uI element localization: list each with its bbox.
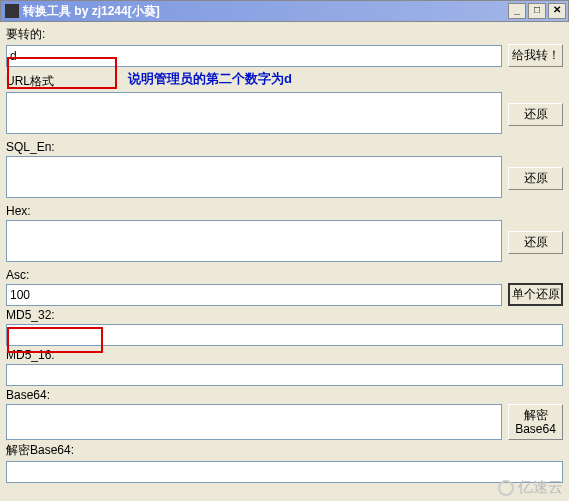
watermark: 亿速云 bbox=[498, 478, 563, 497]
url-label: URL格式 bbox=[6, 73, 502, 90]
minimize-button[interactable]: _ bbox=[508, 3, 526, 19]
md532-field[interactable] bbox=[6, 324, 563, 346]
decb64-field[interactable] bbox=[6, 461, 563, 483]
base64-decrypt-button[interactable]: 解密Base64 bbox=[508, 404, 563, 440]
hex-restore-button[interactable]: 还原 bbox=[508, 231, 563, 254]
decb64-label: 解密Base64: bbox=[6, 442, 563, 459]
sqlen-field[interactable] bbox=[6, 156, 502, 198]
watermark-icon bbox=[498, 480, 514, 496]
url-field[interactable] bbox=[6, 92, 502, 134]
maximize-button[interactable]: □ bbox=[528, 3, 546, 19]
window-buttons: _ □ ✕ bbox=[508, 3, 566, 19]
md516-label: MD5_16: bbox=[6, 348, 563, 362]
hex-field[interactable] bbox=[6, 220, 502, 262]
md516-field[interactable] bbox=[6, 364, 563, 386]
window-titlebar: 转换工具 by zj1244[小葵] _ □ ✕ bbox=[0, 0, 569, 22]
convert-button[interactable]: 给我转！ bbox=[508, 44, 563, 67]
url-restore-button[interactable]: 还原 bbox=[508, 103, 563, 126]
input-field[interactable] bbox=[6, 45, 502, 67]
watermark-text: 亿速云 bbox=[518, 478, 563, 497]
content-area: 要转的: 给我转！ URL格式 还原 SQL_En: 还原 Hex: 还原 As… bbox=[0, 22, 569, 487]
sqlen-label: SQL_En: bbox=[6, 140, 502, 154]
window-title: 转换工具 by zj1244[小葵] bbox=[23, 3, 508, 20]
sqlen-restore-button[interactable]: 还原 bbox=[508, 167, 563, 190]
md532-label: MD5_32: bbox=[6, 308, 563, 322]
close-button[interactable]: ✕ bbox=[548, 3, 566, 19]
asc-field[interactable] bbox=[6, 284, 502, 306]
app-icon bbox=[5, 4, 19, 18]
hex-label: Hex: bbox=[6, 204, 502, 218]
asc-label: Asc: bbox=[6, 268, 502, 282]
input-label: 要转的: bbox=[6, 26, 502, 43]
asc-restore-button[interactable]: 单个还原 bbox=[508, 283, 563, 306]
base64-field[interactable] bbox=[6, 404, 502, 440]
base64-label: Base64: bbox=[6, 388, 502, 402]
